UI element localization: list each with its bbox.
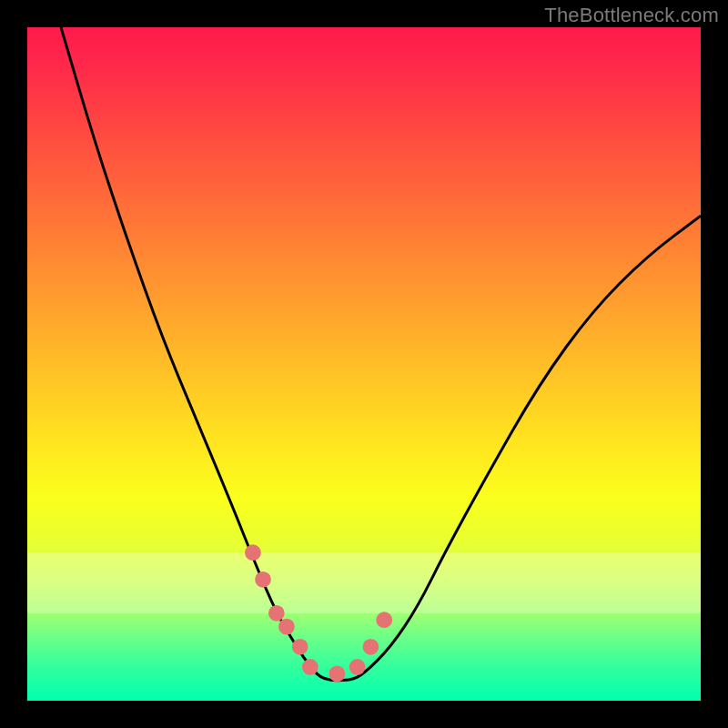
chart-frame: TheBottleneck.com <box>0 0 728 728</box>
svg-point-2 <box>268 605 285 622</box>
svg-point-7 <box>349 659 366 675</box>
curve-layer <box>27 27 701 701</box>
svg-point-8 <box>363 639 379 655</box>
svg-point-6 <box>329 666 346 682</box>
svg-point-5 <box>302 659 318 675</box>
plot-area <box>27 27 701 701</box>
svg-point-3 <box>278 619 295 635</box>
black-curve <box>61 27 701 681</box>
watermark-text: TheBottleneck.com <box>544 4 719 27</box>
svg-point-4 <box>292 639 308 655</box>
pink-markers <box>245 544 392 682</box>
svg-point-9 <box>376 612 392 628</box>
svg-point-0 <box>245 544 261 561</box>
svg-point-1 <box>255 571 271 588</box>
